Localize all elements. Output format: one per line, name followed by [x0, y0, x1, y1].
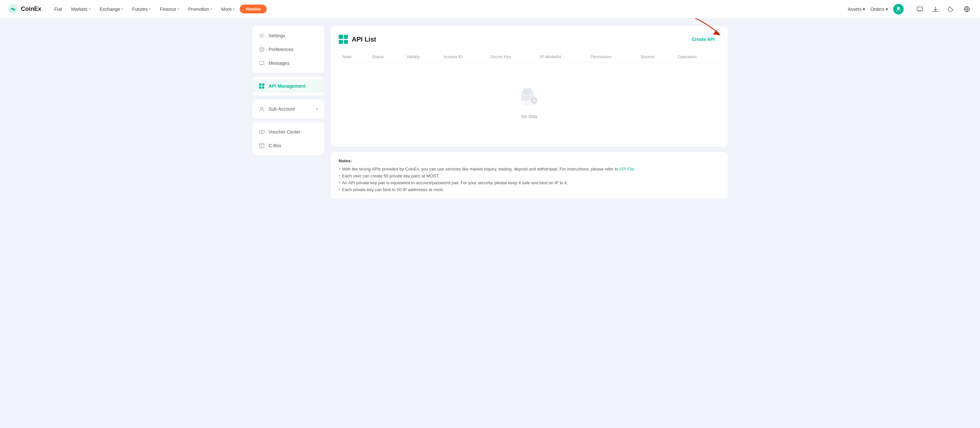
nav-finance[interactable]: Finance ▾	[156, 4, 183, 14]
table-header-row: Note Status Validity Access ID Secret Ke…	[339, 51, 720, 63]
messages-icon	[259, 60, 265, 66]
nav-markets[interactable]: Markets ▾	[67, 4, 94, 14]
col-status: Status	[368, 51, 402, 63]
col-permission: Permission	[587, 51, 637, 63]
newbie-button[interactable]: Newbie	[240, 5, 267, 13]
voucher-icon	[259, 129, 265, 135]
note-item-3: An API private key pair is equivalent to…	[339, 180, 720, 185]
empty-state: No data	[339, 63, 720, 139]
svg-rect-19	[523, 88, 531, 94]
create-api-button[interactable]: Create API	[687, 34, 720, 44]
svg-point-13	[261, 107, 263, 109]
sidebar-item-voucher-center[interactable]: Voucher Center	[252, 125, 324, 139]
logo-icon	[8, 4, 18, 14]
futures-chevron: ▾	[149, 7, 151, 11]
exchange-chevron: ▾	[121, 7, 123, 11]
sidebar-section-3: Sub-Account ▾	[252, 100, 324, 119]
svg-point-5	[261, 35, 262, 36]
svg-rect-11	[259, 86, 261, 89]
nav-more[interactable]: More ▾	[218, 4, 239, 14]
nav-exchange[interactable]: Exchange ▾	[95, 4, 127, 14]
svg-point-2	[897, 7, 900, 10]
notes-list: With the strong APIs provided by CoinEx,…	[339, 166, 720, 192]
api-title-icon	[339, 35, 348, 44]
nav-orders[interactable]: Orders ▾	[870, 6, 888, 12]
svg-rect-9	[259, 84, 261, 86]
notes-title: Notes:	[339, 159, 720, 163]
page-layout: Settings Preferences Mes	[244, 18, 736, 206]
api-title: API List	[339, 35, 376, 44]
orders-chevron: ▾	[886, 6, 888, 12]
svg-point-7	[261, 48, 262, 51]
sidebar-item-settings[interactable]: Settings	[252, 29, 324, 43]
note-item-1: With the strong APIs provided by CoinEx,…	[339, 166, 720, 171]
globe-icon	[964, 6, 970, 13]
notes-section: Notes: With the strong APIs provided by …	[331, 152, 728, 199]
theme-icon-btn[interactable]	[946, 4, 956, 14]
api-list-card: API List Create API Note Status Validity…	[331, 26, 728, 147]
settings-icon	[259, 33, 265, 39]
preferences-label: Preferences	[269, 47, 293, 52]
svg-rect-8	[259, 61, 264, 65]
c-box-label: C-Box	[269, 143, 282, 148]
note-item-2: Each user can create 50 private key pair…	[339, 173, 720, 178]
preferences-icon	[259, 46, 265, 52]
navbar-right: Assets ▾ Orders ▾	[848, 4, 972, 14]
sidebar-item-c-box[interactable]: C-Box	[252, 139, 324, 152]
api-file-link[interactable]: API File	[619, 166, 634, 171]
moon-icon	[948, 6, 955, 13]
api-table: Note Status Validity Access ID Secret Ke…	[339, 51, 720, 63]
col-source: Source	[637, 51, 674, 63]
nav-assets[interactable]: Assets ▾	[848, 6, 865, 12]
nav-futures[interactable]: Futures ▾	[128, 4, 154, 14]
svg-rect-3	[917, 7, 922, 11]
note-4-text: Each private key can bind to 50 IP addre…	[342, 187, 444, 192]
sidebar-section-2: API Management	[252, 76, 324, 95]
globe-icon-btn[interactable]	[962, 4, 972, 14]
sub-account-label: Sub-Account	[269, 106, 295, 112]
svg-point-6	[259, 47, 264, 52]
avatar[interactable]	[893, 4, 904, 14]
logo[interactable]: CoinEx	[8, 4, 41, 14]
nav-fiat[interactable]: Fiat	[51, 4, 66, 14]
main-content: API List Create API Note Status Validity…	[331, 26, 728, 199]
svg-point-1	[12, 8, 14, 10]
download-icon-btn[interactable]	[930, 4, 941, 14]
empty-text: No data	[521, 114, 537, 119]
sidebar-item-preferences[interactable]: Preferences	[252, 43, 324, 56]
sidebar-item-sub-account[interactable]: Sub-Account ▾	[252, 102, 324, 116]
user-icon	[895, 6, 902, 13]
nav-promotion[interactable]: Promotion ▾	[185, 4, 216, 14]
navbar: CoinEx Fiat Markets ▾ Exchange ▾ Futures…	[0, 0, 980, 18]
logo-text: CoinEx	[21, 6, 41, 13]
sidebar-section-1: Settings Preferences Mes	[252, 26, 324, 73]
sub-account-chevron: ▾	[316, 107, 318, 111]
markets-chevron: ▾	[89, 7, 91, 11]
sidebar-item-api-management[interactable]: API Management	[252, 79, 324, 93]
settings-label: Settings	[269, 33, 285, 38]
note-3-text: An API private key pair is equivalent to…	[342, 180, 568, 185]
sub-account-icon	[259, 106, 265, 112]
chat-icon	[916, 6, 923, 13]
col-ip-whitelist: IP Whitelist	[536, 51, 587, 63]
chat-icon-btn[interactable]	[915, 4, 925, 14]
col-access-id: Access ID	[439, 51, 487, 63]
promotion-chevron: ▾	[211, 7, 212, 11]
assets-chevron: ▾	[863, 6, 865, 12]
download-icon	[932, 6, 939, 13]
note-item-4: Each private key can bind to 50 IP addre…	[339, 187, 720, 192]
api-management-label: API Management	[269, 84, 305, 89]
nav-items: Fiat Markets ▾ Exchange ▾ Futures ▾ Fina…	[51, 4, 267, 14]
sidebar-section-4: Voucher Center C-Box	[252, 122, 324, 155]
nav-divider	[909, 5, 909, 13]
empty-illustration	[516, 82, 542, 109]
api-list-title: API List	[352, 36, 376, 43]
sidebar: Settings Preferences Mes	[252, 26, 324, 199]
sidebar-item-messages[interactable]: Messages	[252, 56, 324, 70]
more-chevron: ▾	[233, 7, 234, 11]
api-icon	[259, 83, 265, 89]
note-1-text: With the strong APIs provided by CoinEx,…	[342, 166, 635, 171]
col-secret-key: Secret Key	[487, 51, 536, 63]
note-2-text: Each user can create 50 private key pair…	[342, 173, 439, 178]
api-header: API List Create API	[339, 34, 720, 44]
